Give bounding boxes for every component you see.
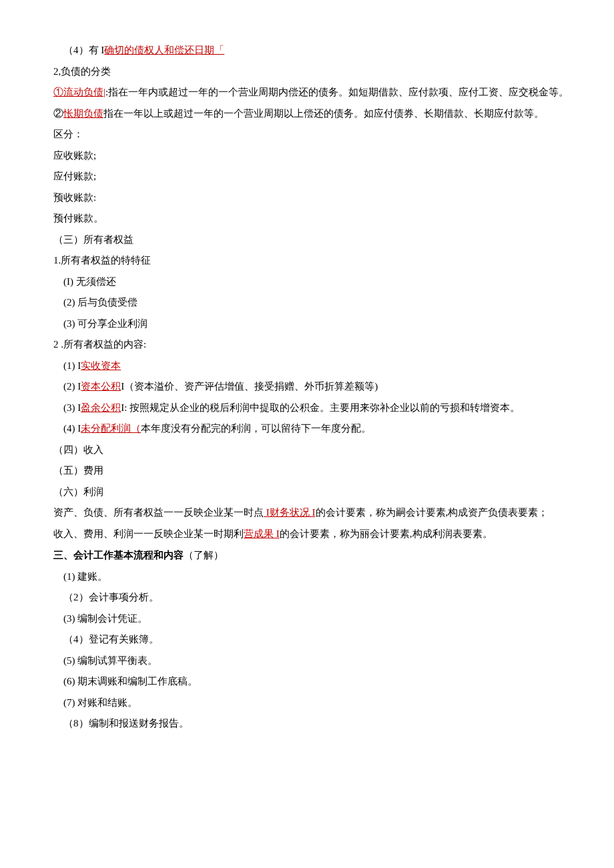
text: I: 按照规定从企业的税后利润中提取的公积金。主要用来弥补企业以前的亏损和转增资… [121,402,520,413]
section-profit: （六）利润 [33,482,581,503]
text: (3) I [63,402,81,413]
heading-text: 三、会计工作基本流程和内容 [53,549,184,560]
text: 的会计要素，称为丽会计要素,构成利润表要素。 [280,528,493,539]
line-balance-elements: 资产、负债、所有者权益一一反映企业某一时点 I财务状况 I的会计要素，称为嗣会计… [33,502,581,524]
line-payable: 应付账款; [33,166,581,187]
text: (4) I [63,423,81,434]
line-surplus-reserve: (3) I盈余公积I: 按照规定从企业的税后利润中提取的公积金。主要用来弥补企业… [33,398,581,419]
line-feature-1: (I) 无须偿还 [33,272,581,293]
heading-note: （了解） [184,550,224,560]
highlight-surplus-reserve: 盈余公积 [81,402,121,413]
step-3: (3) 编制会计凭证。 [33,608,581,630]
highlight-financial-position: I财务状况 I [264,507,316,518]
line-liability-classification: 2,负债的分类 [33,61,581,83]
step-5: (5) 编制试算平衡表。 [33,650,581,672]
text: 的会计要素，称为嗣会计要素,构成资产负债表要素； [316,507,549,518]
text: (2) I [63,381,81,392]
line-advance-received: 预收账款: [33,187,581,209]
highlight-undistributed-profit: 未分配利润（ [81,423,141,434]
highlight-paid-in-capital: 实收资本 [81,360,121,371]
line-receivable: 应收账款; [33,145,581,167]
highlight-long-term-liabilities: 怅期负债 [63,108,103,119]
section-revenue: （四）收入 [33,440,581,461]
step-7: (7) 对账和结账。 [33,693,581,714]
line-advance-paid: 预付账款。 [33,208,581,230]
text: 资产、负债、所有者权益一一反映企业某一时点 [53,507,264,518]
text: I（资本溢价、资产评估增值、接受捐赠、外币折算差额等) [121,381,378,392]
text: 指在一年以上或超过一年的一个营业周期以上偿还的债务。如应付债券、长期借款、长期应… [103,108,544,119]
line-undistributed-profit: (4) I未分配利润（本年度没有分配完的利润，可以留待下一年度分配。 [33,418,581,440]
line-equity-content: 2 .所有者权益的内容: [33,334,581,356]
step-2: （2）会计事项分析。 [33,587,581,608]
line-equity-features: 1.所有者权益的特特征 [33,250,581,272]
text: :指在一年内或超过一年的一个营业周期内偿还的债务。如短期借款、应付款项、应付工资… [105,87,569,97]
line-long-term-liabilities: ②怅期负债指在一年以上或超过一年的一个营业周期以上偿还的债务。如应付债券、长期借… [33,103,581,125]
line-paid-in-capital: (1) I实收资本 [33,356,581,377]
text: 本年度没有分配完的利润，可以留待下一年度分配。 [141,423,371,434]
step-1: (1) 建账。 [33,566,581,588]
line-feature-3: (3) 可分享企业利润 [33,314,581,335]
highlight-capital-reserve: 资本公积 [81,381,121,392]
text: (1) I [63,360,81,371]
text: 收入、费用、利润一一反映企业某一时期利 [53,528,244,539]
line-current-liabilities: ①流动负债|:指在一年内或超过一年的一个营业周期内偿还的债务。如短期借款、应付款… [33,82,581,103]
line-4-characteristic: （4）有 I确切的债权人和偿还日期「 [33,40,581,61]
line-feature-2: (2) 后与负债受偿 [33,292,581,314]
line-capital-reserve: (2) I资本公积I（资本溢价、资产评估增值、接受捐赠、外币折算差额等) [33,376,581,398]
section-owner-equity: （三）所有者权益 [33,230,581,251]
line-income-elements: 收入、费用、利润一一反映企业某一时期利营成果 I的会计要素，称为丽会计要素,构成… [33,524,581,545]
highlight-operating-results: 营成果 I [244,528,280,539]
line-distinguish: 区分： [33,124,581,145]
text: ② [53,108,63,119]
step-8: （8）编制和报送财务报告。 [33,713,581,735]
text: （4）有 I [63,45,104,55]
highlight-current-liabilities: ①流动负债| [53,87,105,97]
step-6: (6) 期末调账和编制工作底稿。 [33,671,581,693]
section-expense: （五）费用 [33,460,581,482]
step-4: （4）登记有关账簿。 [33,629,581,650]
heading-accounting-process: 三、会计工作基本流程和内容（了解） [33,544,581,566]
highlight-creditor-date: 确切的债权人和偿还日期「 [104,45,224,55]
